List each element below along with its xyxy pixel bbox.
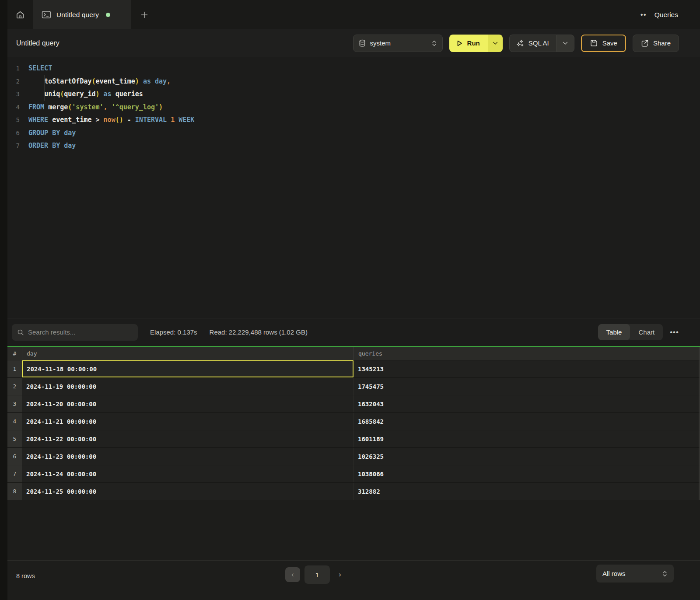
share-icon: [641, 39, 649, 47]
cell-day[interactable]: 2024-11-21 00:00:00: [22, 413, 354, 430]
save-icon: [590, 39, 598, 47]
code-text: uniq(query_id) as queries: [20, 88, 143, 101]
editor-line[interactable]: 5WHERE event_time > now() - INTERVAL 1 W…: [0, 114, 700, 127]
editor-line[interactable]: 3 uniq(query_id) as queries: [0, 88, 700, 101]
search-results-box[interactable]: [12, 324, 138, 341]
run-button-group: Run: [449, 35, 503, 52]
share-button[interactable]: Share: [633, 35, 679, 52]
cell-day[interactable]: 2024-11-19 00:00:00: [22, 378, 354, 395]
sql-editor[interactable]: 1SELECT2 toStartOfDay(event_time) as day…: [0, 57, 700, 318]
left-edge-strip: [0, 0, 7, 600]
pagination: ‹ 1 ›: [285, 565, 346, 584]
save-button[interactable]: Save: [581, 35, 626, 52]
run-button[interactable]: Run: [449, 35, 488, 52]
vertical-scrollbar[interactable]: [699, 347, 700, 500]
sql-ai-button[interactable]: SQL AI: [509, 35, 556, 52]
page-size-selector[interactable]: All rows: [596, 565, 674, 583]
home-button[interactable]: [7, 0, 33, 29]
share-button-label: Share: [653, 39, 671, 47]
cell-day[interactable]: 2024-11-23 00:00:00: [22, 448, 354, 465]
results-table-body: 12024-11-18 00:00:00134521322024-11-19 0…: [0, 360, 700, 500]
read-stat: Read: 22,229,488 rows (1.02 GB): [210, 328, 308, 336]
sql-ai-button-group: SQL AI: [509, 35, 574, 52]
run-options-button[interactable]: [488, 35, 503, 52]
search-results-input[interactable]: [28, 328, 133, 336]
table-row: 42024-11-21 00:00:001685842: [0, 412, 700, 430]
run-button-label: Run: [467, 39, 480, 47]
tab-title: Untitled query: [56, 11, 99, 19]
updown-chevrons-icon: [431, 40, 437, 47]
results-toolbar: Elapsed: 0.137s Read: 22,229,488 rows (1…: [0, 318, 700, 346]
cell-day[interactable]: 2024-11-22 00:00:00: [22, 430, 354, 447]
cell-queries[interactable]: 1745475: [354, 378, 700, 395]
table-row: 12024-11-18 00:00:001345213: [0, 360, 700, 377]
cell-queries[interactable]: 1685842: [354, 413, 700, 430]
table-row: 82024-11-25 00:00:00312882: [0, 482, 700, 500]
table-row: 52024-11-22 00:00:001601189: [0, 430, 700, 447]
database-selector-value: system: [370, 39, 427, 47]
table-row: 62024-11-23 00:00:001026325: [0, 447, 700, 465]
updown-chevrons-icon: [662, 570, 668, 577]
query-header: Untitled query system Ru: [0, 29, 700, 57]
results-footer: 8 rows ‹ 1 › All rows: [0, 560, 700, 600]
table-row: 32024-11-20 00:00:001632043: [0, 395, 700, 412]
view-toggle: Table Chart: [598, 324, 663, 340]
code-text: GROUP BY day: [20, 127, 76, 140]
editor-lines: 1SELECT2 toStartOfDay(event_time) as day…: [0, 62, 700, 153]
results-more-icon[interactable]: •••: [670, 328, 679, 336]
home-icon: [15, 10, 25, 20]
code-text: WHERE event_time > now() - INTERVAL 1 WE…: [20, 114, 194, 127]
save-button-label: Save: [602, 39, 617, 47]
chevron-down-icon: [493, 42, 498, 45]
tab-table[interactable]: Table: [598, 324, 630, 340]
cell-queries[interactable]: 1038066: [354, 465, 700, 482]
sql-ai-options-button[interactable]: [556, 35, 574, 52]
row-count: 8 rows: [16, 568, 35, 584]
results-empty-area: [0, 500, 700, 560]
table-row: 22024-11-19 00:00:001745475: [0, 377, 700, 395]
query-title: Untitled query: [16, 39, 60, 47]
table-header-row: # day queries: [0, 347, 700, 360]
cell-queries[interactable]: 1345213: [354, 360, 700, 377]
column-header-day[interactable]: day: [22, 347, 354, 360]
editor-line[interactable]: 6GROUP BY day: [0, 127, 700, 140]
play-icon: [455, 39, 463, 47]
elapsed-stat: Elapsed: 0.137s: [150, 328, 197, 336]
table-row: 72024-11-24 00:00:001038066: [0, 465, 700, 482]
sparkles-icon: [516, 39, 524, 47]
cell-queries[interactable]: 1632043: [354, 395, 700, 412]
cell-queries[interactable]: 1026325: [354, 448, 700, 465]
tab-chart[interactable]: Chart: [630, 324, 663, 340]
editor-line[interactable]: 7ORDER BY day: [0, 140, 700, 153]
plus-icon: [140, 11, 148, 19]
current-page-button[interactable]: 1: [304, 565, 330, 584]
topbar-more-icon[interactable]: ••: [640, 11, 647, 18]
chevron-down-icon: [563, 42, 568, 45]
cell-queries[interactable]: 312882: [354, 483, 700, 500]
indent-guide: [44, 75, 45, 101]
tab-bar: Untitled query •• Queries: [0, 0, 700, 29]
code-text: FROM merge('system', '^query_log'): [20, 101, 163, 114]
cell-queries[interactable]: 1601189: [354, 430, 700, 447]
new-tab-button[interactable]: [131, 0, 158, 29]
editor-line[interactable]: 2 toStartOfDay(event_time) as day,: [0, 75, 700, 88]
code-text: ORDER BY day: [20, 140, 76, 153]
terminal-icon: [42, 10, 51, 19]
search-icon: [17, 329, 24, 336]
cell-day[interactable]: 2024-11-18 00:00:00: [22, 360, 354, 377]
code-text: SELECT: [20, 62, 52, 75]
page-size-value: All rows: [602, 570, 658, 577]
previous-page-button[interactable]: ‹: [285, 567, 300, 582]
next-page-button[interactable]: ›: [334, 567, 346, 582]
column-header-queries[interactable]: queries: [354, 347, 700, 360]
editor-line[interactable]: 1SELECT: [0, 62, 700, 75]
tab-untitled-query[interactable]: Untitled query: [33, 0, 131, 29]
sql-ai-label: SQL AI: [528, 39, 549, 47]
cell-day[interactable]: 2024-11-24 00:00:00: [22, 465, 354, 482]
database-selector[interactable]: system: [353, 35, 443, 52]
queries-button[interactable]: Queries: [654, 11, 678, 19]
database-icon: [359, 39, 366, 47]
editor-line[interactable]: 4FROM merge('system', '^query_log'): [0, 101, 700, 114]
cell-day[interactable]: 2024-11-20 00:00:00: [22, 395, 354, 412]
cell-day[interactable]: 2024-11-25 00:00:00: [22, 483, 354, 500]
